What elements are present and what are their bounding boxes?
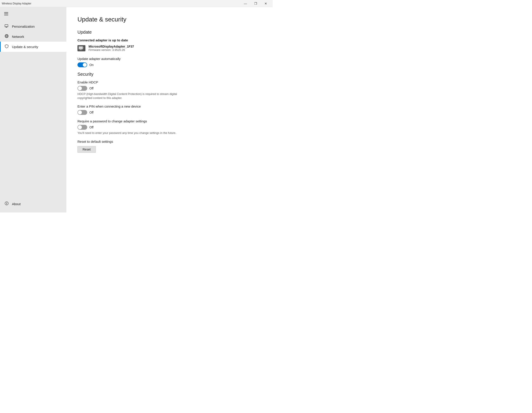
reset-section: Reset to default settings Reset [77,140,262,153]
shield-icon [4,44,9,49]
sidebar-item-about-label: About [12,202,20,206]
update-status: Connected adapter is up to date [77,38,262,42]
info-icon [4,202,9,206]
reset-button[interactable]: Reset [77,146,96,153]
password-label: Require a password to change adapter set… [77,119,262,123]
auto-update-toggle[interactable] [77,62,87,67]
hdcp-thumb [78,86,82,90]
sidebar: Personalization Network Update & sec [0,7,66,212]
password-toggle[interactable] [77,125,87,130]
adapter-name: MicrosoftDisplayAdapter_1F37 [88,45,134,48]
auto-update-setting: Update adapter automatically On [77,57,262,67]
svg-rect-12 [79,47,83,49]
hamburger-menu-button[interactable] [2,10,11,18]
maximize-button[interactable]: ❐ [250,0,261,7]
pin-status: Off [89,111,93,114]
hdcp-setting: Enable HDCP Off HDCP (High-bandwidth Dig… [77,80,262,100]
svg-rect-2 [6,27,7,28]
hdcp-toggle[interactable] [77,86,87,91]
security-section: Security Enable HDCP Off HDCP (High-band… [77,72,262,153]
svg-rect-0 [5,25,8,27]
sidebar-item-about[interactable]: About [0,199,66,209]
sidebar-item-update-security[interactable]: Update & security [0,42,66,52]
network-icon [4,34,9,39]
update-section-title: Update [77,30,262,35]
main-content: Update & security Update Connected adapt… [66,7,273,212]
adapter-firmware: Firmware version: 3.9520.26 [88,48,134,52]
pin-toggle-row: Off [77,110,262,115]
svg-rect-15 [79,50,82,50]
page-title: Update & security [77,16,262,23]
hdcp-label: Enable HDCP [77,80,262,84]
close-button[interactable]: ✕ [261,0,271,7]
titlebar: Wireless Display Adapter — ❐ ✕ [0,0,273,7]
sidebar-item-personalization[interactable]: Personalization [0,21,66,31]
password-setting: Require a password to change adapter set… [77,119,262,135]
password-status: Off [89,125,93,129]
password-description: You'll need to enter your password any t… [77,131,192,135]
app-body: Personalization Network Update & sec [0,7,273,212]
sidebar-item-network[interactable]: Network [0,31,66,42]
pin-toggle[interactable] [77,110,87,115]
auto-update-toggle-row: On [77,62,262,67]
window-controls: — ❐ ✕ [240,0,271,7]
password-toggle-row: Off [77,125,262,130]
adapter-info: MicrosoftDisplayAdapter_1F37 Firmware ve… [77,45,262,52]
hdcp-toggle-row: Off [77,86,262,91]
personalization-icon [4,24,9,29]
auto-update-status: On [89,63,94,67]
sidebar-item-update-security-label: Update & security [12,45,38,49]
sidebar-bottom: About [0,199,66,212]
auto-update-label: Update adapter automatically [77,57,262,61]
sidebar-item-network-label: Network [12,35,24,38]
auto-update-thumb [83,63,87,67]
minimize-button[interactable]: — [240,0,250,7]
hdcp-status: Off [89,86,93,90]
hamburger-icon [4,12,8,15]
pin-thumb [78,110,82,115]
hdcp-description: HDCP (High-bandwidth Digital Content Pro… [77,92,192,100]
svg-point-10 [6,202,7,203]
security-section-title: Security [77,72,262,77]
svg-rect-13 [83,47,84,48]
sidebar-item-personalization-label: Personalization [12,25,35,28]
pin-label: Enter a PIN when connecting a new device [77,105,262,108]
app-title: Wireless Display Adapter [2,2,31,5]
adapter-text-info: MicrosoftDisplayAdapter_1F37 Firmware ve… [88,45,134,52]
adapter-device-icon [77,45,86,51]
pin-setting: Enter a PIN when connecting a new device… [77,105,262,115]
password-thumb [78,125,82,129]
reset-label: Reset to default settings [77,140,262,144]
